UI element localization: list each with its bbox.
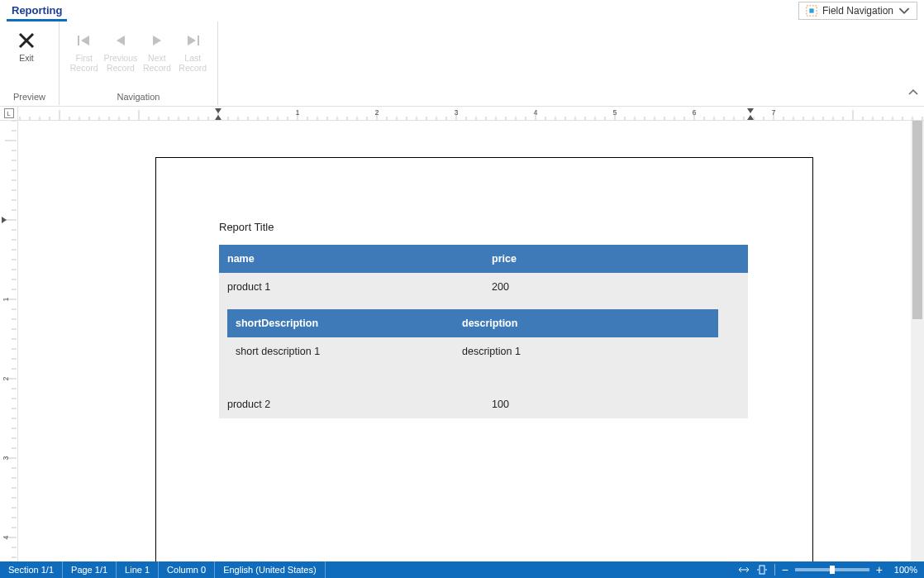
tab-reporting[interactable]: Reporting <box>7 1 67 21</box>
scrollbar-thumb[interactable] <box>912 121 922 319</box>
previous-record-label: PreviousRecord <box>103 53 137 73</box>
field-navigation-icon <box>806 5 817 17</box>
status-bar: Section 1/1 Page 1/1 Line 1 Column 0 Eng… <box>0 561 924 578</box>
exit-button[interactable]: Exit <box>8 26 45 63</box>
nested-cell-shortdescription: short description 1 <box>227 337 454 365</box>
svg-text:1: 1 <box>295 108 299 117</box>
svg-marker-6 <box>117 36 125 45</box>
nested-table-row: shortDescription description short descr… <box>219 301 748 374</box>
zoom-out-button[interactable]: − <box>782 564 788 576</box>
svg-text:2: 2 <box>2 376 10 380</box>
vertical-scrollbar[interactable] <box>911 121 924 561</box>
cell-price: 200 <box>483 273 748 301</box>
status-line[interactable]: Line 1 <box>117 561 159 578</box>
report-canvas[interactable]: Report Title name price product 1 200 <box>18 121 924 561</box>
svg-marker-111 <box>747 115 754 120</box>
svg-marker-110 <box>215 108 221 113</box>
nested-header-shortdescription: shortDescription <box>227 309 454 337</box>
ribbon-collapse-button[interactable] <box>907 87 919 102</box>
svg-text:3: 3 <box>454 108 458 117</box>
ribbon-group-preview: Preview <box>0 90 59 105</box>
svg-text:2: 2 <box>374 108 379 117</box>
svg-text:4: 4 <box>2 535 10 539</box>
svg-text:1: 1 <box>2 297 10 301</box>
svg-rect-9 <box>198 36 199 45</box>
previous-record-icon <box>114 34 127 47</box>
close-icon <box>17 31 36 50</box>
ruler-corner[interactable]: L <box>0 107 18 120</box>
cell-name: product 2 <box>219 390 483 418</box>
fit-page-icon[interactable] <box>756 564 768 576</box>
svg-marker-112 <box>747 108 754 113</box>
nested-table: shortDescription description short descr… <box>227 309 718 365</box>
report-table: name price product 1 200 shortDescriptio… <box>219 245 748 418</box>
field-navigation-label: Field Navigation <box>822 5 893 17</box>
status-language[interactable]: English (United States) <box>215 561 326 578</box>
svg-rect-164 <box>760 566 764 574</box>
field-navigation-button[interactable]: Field Navigation <box>798 2 917 20</box>
svg-text:7: 7 <box>771 108 775 117</box>
column-header-price: price <box>483 245 748 273</box>
status-column[interactable]: Column 0 <box>159 561 215 578</box>
status-section[interactable]: Section 1/1 <box>0 561 63 578</box>
nested-header-description: description <box>454 309 718 337</box>
nested-cell-description: description 1 <box>454 337 718 365</box>
horizontal-ruler[interactable]: 1234567 <box>18 107 924 120</box>
ribbon: Exit Preview FirstRecord <box>0 21 924 106</box>
zoom-level[interactable]: 100% <box>889 565 917 575</box>
report-title: Report Title <box>219 221 750 233</box>
nested-row: short description 1 description 1 <box>227 337 718 365</box>
next-record-button: NextRecord <box>141 26 173 73</box>
ribbon-group-navigation: Navigation <box>60 90 217 105</box>
zoom-slider-knob[interactable] <box>830 566 835 574</box>
svg-marker-5 <box>81 36 89 45</box>
vertical-ruler[interactable]: 1234 <box>0 121 18 561</box>
ruler-corner-label: L <box>4 108 14 118</box>
exit-label: Exit <box>19 53 34 63</box>
last-record-button: LastRecord <box>177 26 209 73</box>
svg-text:4: 4 <box>533 108 537 117</box>
svg-marker-163 <box>2 217 7 223</box>
next-record-icon <box>150 34 164 47</box>
fit-width-icon[interactable] <box>738 564 750 576</box>
chevron-up-icon <box>907 87 919 98</box>
svg-text:3: 3 <box>2 456 10 460</box>
first-record-button: FirstRecord <box>68 26 100 73</box>
last-record-icon <box>184 34 201 47</box>
svg-marker-109 <box>215 115 221 120</box>
column-header-name: name <box>219 245 483 273</box>
svg-text:6: 6 <box>692 108 696 117</box>
previous-record-button: PreviousRecord <box>103 26 137 73</box>
table-row: product 2 100 <box>219 390 748 418</box>
status-page[interactable]: Page 1/1 <box>63 561 117 578</box>
first-record-icon <box>76 34 93 47</box>
cell-price: 100 <box>483 390 748 418</box>
next-record-label: NextRecord <box>143 53 171 73</box>
first-record-label: FirstRecord <box>70 53 98 73</box>
last-record-label: LastRecord <box>179 53 207 73</box>
svg-rect-4 <box>78 36 79 45</box>
table-row: product 1 200 <box>219 273 748 301</box>
zoom-slider[interactable] <box>795 568 869 571</box>
chevron-down-icon <box>898 5 910 17</box>
report-page: Report Title name price product 1 200 <box>155 157 813 561</box>
cell-name: product 1 <box>219 273 483 301</box>
svg-marker-8 <box>188 36 196 45</box>
svg-marker-7 <box>153 36 161 45</box>
svg-text:5: 5 <box>612 108 617 117</box>
svg-rect-1 <box>809 8 813 12</box>
zoom-in-button[interactable]: + <box>876 564 883 576</box>
